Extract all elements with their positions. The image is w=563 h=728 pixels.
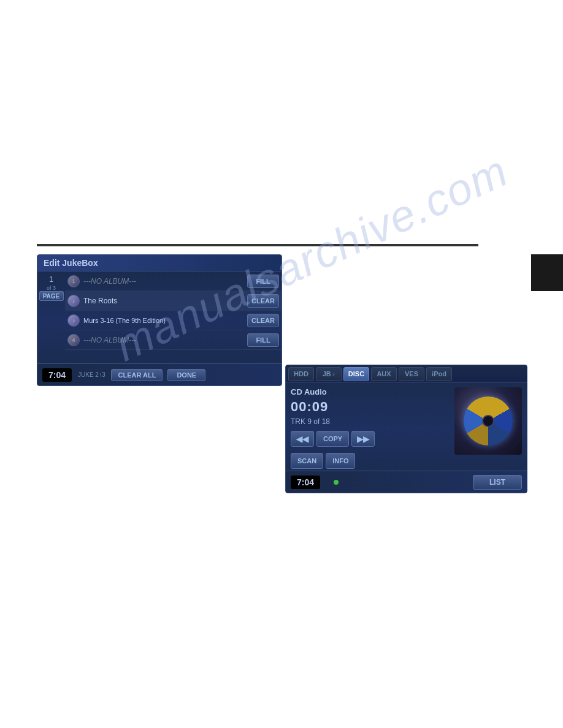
clear-all-button[interactable]: CLEAR ALL [111,369,163,381]
right-time-display: 7:04 [291,476,320,489]
source-label: CD Audio [291,387,450,396]
tab-hdd[interactable]: HDD [288,367,314,381]
cd-time-display: 00:09 [291,399,450,415]
juke-label: JUKE 2↑3 [78,371,105,378]
row2-icon: ♪ [67,295,80,307]
row2-clear-btn[interactable]: CLEAR [247,294,279,308]
jukebox-row-3: ♪ Murs 3-16 (The 9th Edition) CLEAR [65,311,282,330]
jukebox-row-4: 4 ---NO ALBUM--- FILL [65,330,282,350]
info-button[interactable]: INFO [326,453,355,469]
row4-label: ---NO ALBUM--- [83,336,247,344]
row3-clear-btn[interactable]: CLEAR [247,314,279,327]
right-panel-bottom: 7:04 LIST [286,471,527,493]
right-bar [531,254,563,291]
row2-label: The Roots [83,297,247,305]
playback-controls: ◀◀ COPY ▶▶ [291,431,450,447]
section-divider [37,244,478,246]
row3-label: Murs 3-16 (The 9th Edition) [83,317,247,324]
jukebox-row-2: ♪ The Roots CLEAR [65,291,282,311]
tab-jb[interactable]: JB ♪ [316,367,342,381]
fast-forward-button[interactable]: ▶▶ [351,431,375,447]
row4-fill-btn[interactable]: FILL [247,333,279,347]
disc-info: CD Audio 00:09 TRK 9 of 18 ◀◀ COPY ▶▶ SC… [291,387,450,464]
left-time-display: 7:04 [42,368,72,382]
tab-disc[interactable]: DISC [343,367,369,381]
of3-label: of 3 [47,285,56,291]
row1-icon: 1 [67,275,80,287]
row1-label: ---NO ALBUM--- [83,277,247,286]
disc-artwork [454,387,522,455]
page-button[interactable]: PAGE [39,291,64,301]
jukebox-rows: 1 ---NO ALBUM--- FILL ♪ The Roots CLEAR … [65,271,282,365]
jukebox-row-1: 1 ---NO ALBUM--- FILL [65,271,282,291]
rewind-button[interactable]: ◀◀ [291,431,314,447]
list-button[interactable]: LIST [473,475,522,490]
tab-ipod[interactable]: iPod [426,367,452,381]
tab-aux[interactable]: AUX [371,367,397,381]
row4-icon: 4 [67,334,80,346]
status-indicator [334,480,339,485]
side-row-num: 1 [49,275,53,284]
disc-visual [464,396,513,446]
row3-icon: ♪ [67,314,80,327]
tab-ves[interactable]: VES [399,367,424,381]
left-panel-bottom: 7:04 JUKE 2↑3 CLEAR ALL DONE [37,363,282,385]
copy-button[interactable]: COPY [316,431,349,447]
panel-title: Edit JukeBox [37,255,282,271]
tabs-row: HDD JB ♪ DISC AUX VES iPod [286,365,527,382]
tab-jb-label: JB [323,370,331,377]
scan-controls: SCAN INFO [291,453,450,469]
row1-fill-btn[interactable]: FILL [247,275,279,288]
edit-jukebox-panel: Edit JukeBox 1 of 3 PAGE 1 ---NO ALBUM--… [37,254,282,386]
disc-center-hole [482,415,494,427]
done-button[interactable]: DONE [167,369,205,381]
right-panel-content: CD Audio 00:09 TRK 9 of 18 ◀◀ COPY ▶▶ SC… [286,382,527,469]
scan-button[interactable]: SCAN [291,453,323,469]
disc-panel: HDD JB ♪ DISC AUX VES iPod CD Audio 00:0… [285,365,527,493]
side-column: 1 of 3 PAGE [37,271,65,365]
jb-music-icon: ♪ [332,371,335,377]
track-info: TRK 9 of 18 [291,417,450,426]
